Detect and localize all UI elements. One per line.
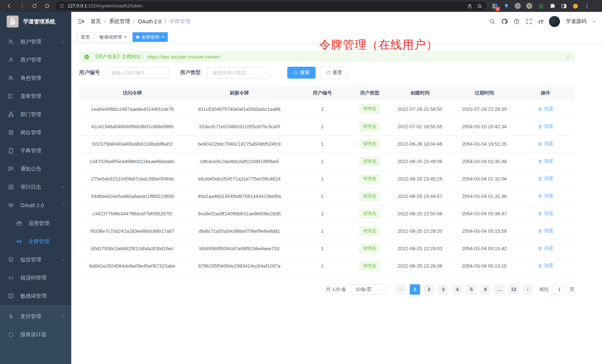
extension-command-icon[interactable]: ⌘ (514, 3, 521, 9)
cell-user-id: 1 (293, 118, 352, 135)
reset-button[interactable]: 重置 (320, 67, 348, 79)
force-logout-button[interactable]: 强退 (538, 228, 553, 234)
sidebar-item-role[interactable]: 角色管理 (0, 69, 71, 87)
sidebar-item-oauth2[interactable]: OAuth 2.0 (0, 196, 71, 214)
tab-首页[interactable]: 首页 (77, 32, 94, 42)
font-size-icon[interactable]: ᴛT (538, 19, 543, 25)
fullscreen-icon[interactable] (526, 18, 532, 25)
extension-split-screen-icon[interactable] (560, 3, 567, 9)
alert-text: 【用户体系】文档地址： (93, 53, 146, 60)
force-logout-button[interactable]: 强退 (538, 158, 553, 165)
breadcrumb-item[interactable]: OAuth 2.0 (138, 19, 161, 24)
caret-down-icon[interactable] (592, 20, 596, 24)
page-button-4[interactable]: 4 (452, 284, 462, 295)
sidebar-item-oauth-app[interactable]: 应用管理 (0, 214, 71, 232)
sidebar-item-sms[interactable]: 短信管理 (0, 251, 71, 269)
sidebar-item-pay[interactable]: 支付管理 (0, 307, 71, 325)
cell-access-token: 41c41346a548490f9dc8b01c6bfe0865 (79, 118, 186, 135)
force-logout-button[interactable]: 强退 (538, 262, 553, 269)
extension-star-icon[interactable] (537, 3, 544, 9)
site-info-icon[interactable] (59, 3, 65, 9)
force-logout-button[interactable]: 强退 (538, 123, 553, 130)
force-logout-button[interactable]: 强退 (538, 175, 553, 182)
users-icon (8, 39, 14, 45)
tab-close-icon[interactable]: × (161, 35, 164, 39)
browser-menu-button[interactable] (583, 3, 590, 9)
page-size-select[interactable]: 10条/页 (351, 284, 387, 295)
sidebar-item-tenant[interactable]: 租户管理 (0, 33, 71, 51)
breadcrumb-item[interactable]: 系统管理 (109, 18, 130, 25)
reload-icon (32, 3, 37, 9)
github-icon[interactable] (501, 18, 508, 25)
post-icon (8, 129, 14, 136)
search-icon[interactable] (489, 18, 495, 25)
extension-gem-icon[interactable] (503, 3, 510, 9)
cell-expire-time: 2054-03-04 01:32:04 (452, 170, 517, 188)
sidebar-item-report[interactable]: 报表设计器 (0, 325, 71, 344)
user-id-input[interactable] (107, 67, 169, 79)
sidebar-item-dict[interactable]: 字典管理 (0, 142, 71, 160)
force-logout-button[interactable]: 强退 (538, 140, 553, 147)
cell-access-token: f9336e7c7dd242a283ee98dc86b17a87 (79, 222, 186, 240)
extension-dot-icon[interactable] (526, 3, 533, 9)
extension-puzzle-icon[interactable] (549, 3, 556, 9)
doc-link[interactable]: https://doc.iocoder.cn/user-center/ (147, 54, 220, 60)
page-button-6[interactable]: 6 (480, 284, 491, 295)
sidebar-item-user[interactable]: 用户管理 (0, 51, 71, 69)
address-bar[interactable]: 127.0.0.1:1024/system/oauth2/token (56, 1, 486, 10)
browser-forward-button[interactable] (16, 1, 28, 11)
sidebar-item-auditlog[interactable]: 审计日志 (0, 178, 71, 196)
user-type-label: 用户类型 (180, 69, 201, 76)
force-logout-button[interactable]: 强退 (538, 193, 553, 199)
cell-access-token: c342377bf8b344799dcbf7bf095287f2 (79, 205, 186, 222)
extension-emoji-icon[interactable] (572, 3, 579, 9)
breadcrumb-item[interactable]: 首页 (91, 18, 101, 25)
org-icon (8, 111, 14, 118)
tab-敏感词管理[interactable]: 敏感词管理× (96, 32, 130, 42)
tab-令牌管理[interactable]: 令牌管理× (132, 32, 168, 42)
cell-user-id: 1 (293, 205, 352, 222)
search-icon (293, 70, 298, 75)
force-logout-button[interactable]: 强退 (538, 106, 553, 112)
user-icon (8, 57, 14, 63)
extension-grid-icon[interactable]: 9 (491, 3, 498, 9)
browser-reload-button[interactable] (28, 1, 41, 11)
user-name[interactable]: 芋道源码 (566, 18, 586, 25)
force-logout-button[interactable]: 强退 (538, 210, 553, 217)
search-button[interactable]: 搜索 (287, 67, 315, 79)
app-logo-row[interactable]: 芋道管理系统 (0, 12, 71, 31)
browser-back-button[interactable] (3, 1, 16, 11)
sidebar-item-post[interactable]: 岗位管理 (0, 123, 71, 142)
avatar[interactable] (549, 16, 560, 27)
sidebar-item-token[interactable]: 令牌管理 (0, 232, 71, 251)
page-button-1[interactable]: 1 (410, 284, 420, 295)
cell-access-token: c347026e805e4d99b0d116eae66eda8c (79, 153, 186, 170)
force-logout-button[interactable]: 强退 (538, 245, 553, 252)
bookmark-star-icon[interactable] (477, 3, 482, 9)
sidebar-collapse-icon[interactable] (77, 18, 85, 25)
sidebar-item-dept[interactable]: 部门管理 (0, 105, 71, 123)
sidebar-item-sensitive[interactable]: 敏感词管理 (0, 287, 71, 305)
chevron-down-icon (61, 40, 65, 44)
next-page-button[interactable]: › (523, 284, 533, 295)
page-button-2[interactable]: 2 (424, 284, 434, 295)
sidebar-item-errcode[interactable]: 错误码管理 (0, 269, 71, 287)
share-icon[interactable] (467, 3, 472, 9)
browser-home-button[interactable] (41, 1, 53, 11)
sidebar-item-notice[interactable]: 通知公告 (0, 160, 71, 178)
goto-page-input[interactable] (552, 284, 567, 295)
cell-user-id: 1 (293, 257, 352, 275)
sidebar-item-menu[interactable]: 菜单管理 (0, 87, 71, 105)
help-icon[interactable] (513, 18, 520, 25)
green-star-icon (538, 3, 544, 9)
trash-icon (538, 264, 543, 268)
more-pages-button[interactable]: ... (494, 284, 505, 295)
prev-page-button[interactable]: ‹ (396, 284, 406, 295)
tab-close-icon[interactable]: × (124, 35, 127, 39)
alert-close-icon[interactable]: × (566, 54, 570, 60)
user-type-select[interactable] (207, 67, 270, 79)
page-button-3[interactable]: 3 (438, 284, 448, 295)
cell-expire-time: 2054-03-04 00:13:15 (452, 257, 517, 275)
page-button-12[interactable]: 12 (508, 284, 519, 295)
page-button-5[interactable]: 5 (466, 284, 477, 295)
